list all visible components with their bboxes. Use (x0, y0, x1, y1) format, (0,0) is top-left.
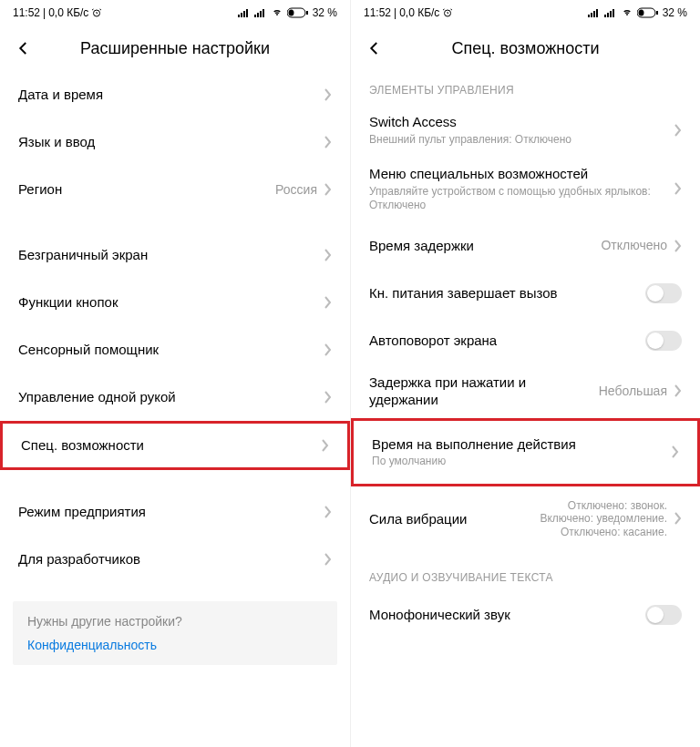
item-power-ends-call[interactable]: Кн. питания завершает вызов (351, 270, 700, 317)
svg-rect-17 (604, 15, 606, 17)
svg-rect-10 (288, 10, 293, 16)
item-switch-access[interactable]: Switch Access Внешний пульт управления: … (351, 104, 700, 156)
item-label: Время на выполнение действия (372, 435, 672, 454)
toggle-switch[interactable] (645, 605, 682, 625)
chevron-right-icon (672, 445, 679, 458)
chevron-right-icon (674, 182, 682, 195)
status-bar: 11:52 | 0,0 КБ/с 32 % (0, 0, 350, 26)
alarm-icon (91, 7, 102, 18)
chevron-right-icon (324, 249, 332, 261)
toggle-switch[interactable] (645, 331, 682, 351)
item-label: Сила вибрации (369, 510, 540, 528)
back-button[interactable] (13, 37, 35, 59)
status-bar: 11:52 | 0,0 КБ/с 32 % (351, 0, 700, 26)
item-touch-hold-delay[interactable]: Задержка при нажатии и удержании Небольш… (351, 364, 700, 418)
footer-card: Нужны другие настройки? Конфиденциальнос… (13, 601, 337, 665)
chevron-right-icon (674, 240, 682, 252)
item-fullscreen[interactable]: Безграничный экран (0, 231, 350, 279)
item-label: Режим предприятия (18, 503, 324, 521)
item-label: Для разработчиков (18, 550, 324, 568)
page-title: Расширенные настройки (35, 39, 315, 58)
item-region[interactable]: Регион Россия (0, 166, 350, 213)
item-value: Россия (275, 182, 317, 198)
svg-rect-22 (638, 10, 643, 16)
chevron-right-icon (324, 88, 332, 101)
svg-rect-13 (588, 15, 590, 17)
svg-rect-19 (610, 11, 612, 17)
signal-icon-2 (604, 8, 617, 17)
item-label: Язык и ввод (18, 133, 324, 151)
item-label: Кн. питания завершает вызов (369, 284, 645, 302)
svg-rect-14 (591, 13, 592, 17)
toggle-switch[interactable] (645, 283, 682, 303)
item-one-hand[interactable]: Управление одной рукой (0, 374, 350, 421)
item-label: Регион (18, 180, 275, 199)
svg-rect-7 (260, 11, 262, 17)
item-value: Небольшая (599, 384, 667, 399)
footer-link-privacy[interactable]: Конфиденциальность (27, 638, 323, 652)
item-accessibility-menu[interactable]: Меню специальных возможностей Управляйте… (351, 156, 700, 222)
svg-rect-20 (612, 9, 614, 17)
item-label: Меню специальных возможностей (369, 165, 674, 183)
item-label: Задержка при нажатии и удержании (369, 374, 599, 409)
chevron-right-icon (324, 136, 332, 148)
chevron-right-icon (674, 384, 682, 397)
svg-rect-4 (246, 9, 248, 17)
item-label: Управление одной рукой (18, 388, 324, 406)
item-label: Время задержки (369, 237, 601, 255)
item-enterprise-mode[interactable]: Режим предприятия (0, 488, 350, 536)
svg-rect-5 (254, 15, 256, 17)
chevron-right-icon (324, 553, 332, 566)
item-touch-assist[interactable]: Сенсорный помощник (0, 326, 350, 374)
item-delay-time[interactable]: Время задержки Отключено (351, 222, 700, 270)
item-value: Отключено: звонок. Включено: уведомление… (540, 499, 667, 538)
chevron-right-icon (324, 343, 332, 356)
page-title: Спец. возможности (386, 39, 665, 58)
item-label: Switch Access (369, 113, 674, 131)
footer-prompt: Нужны другие настройки? (27, 614, 323, 629)
item-label: Спец. возможности (21, 436, 322, 455)
signal-icon-2 (254, 8, 267, 17)
chevron-right-icon (324, 391, 332, 404)
item-button-functions[interactable]: Функции кнопок (0, 279, 350, 326)
item-sub: Управляйте устройством с помощью удобных… (369, 185, 674, 213)
item-time-to-act[interactable]: Время на выполнение действия По умолчани… (351, 418, 700, 486)
svg-rect-2 (241, 13, 242, 17)
svg-rect-11 (306, 11, 308, 15)
item-accessibility[interactable]: Спец. возможности (0, 421, 350, 470)
item-date-time[interactable]: Дата и время (0, 71, 350, 118)
chevron-right-icon (324, 183, 332, 196)
status-time: 11:52 (364, 6, 391, 19)
screen-accessibility: 11:52 | 0,0 КБ/с 32 % Спец. возможности … (350, 0, 700, 747)
section-controls: ЭЛЕМЕНТЫ УПРАВЛЕНИЯ (351, 71, 700, 104)
chevron-right-icon (322, 439, 329, 452)
item-auto-rotate[interactable]: Автоповорот экрана (351, 317, 700, 364)
status-battery-pct: 32 % (313, 6, 337, 19)
header: Спец. возможности (351, 26, 700, 71)
item-developer-options[interactable]: Для разработчиков (0, 536, 350, 583)
svg-rect-3 (243, 11, 245, 17)
wifi-icon (621, 8, 633, 17)
chevron-right-icon (674, 512, 682, 525)
status-time: 11:52 (13, 6, 40, 19)
item-vibration-strength[interactable]: Сила вибрации Отключено: звонок. Включен… (351, 486, 700, 551)
alarm-icon (442, 7, 453, 18)
item-sub: По умолчанию (372, 455, 672, 469)
status-netspeed: 0,0 КБ/с (399, 6, 439, 19)
header: Расширенные настройки (0, 26, 350, 71)
item-value: Отключено (601, 238, 667, 253)
svg-rect-6 (257, 13, 259, 17)
item-label: Безграничный экран (18, 246, 324, 264)
wifi-icon (271, 8, 283, 17)
screen-advanced-settings: 11:52 | 0,0 КБ/с 32 % Расширенные настро… (0, 0, 350, 747)
item-mono-audio[interactable]: Монофонический звук (351, 591, 700, 639)
item-label: Дата и время (18, 86, 324, 104)
signal-icon (588, 8, 601, 17)
status-battery-pct: 32 % (663, 6, 687, 19)
battery-icon (637, 7, 659, 18)
item-language-input[interactable]: Язык и ввод (0, 118, 350, 166)
chevron-right-icon (324, 506, 332, 518)
back-button[interactable] (364, 37, 386, 59)
battery-icon (287, 7, 309, 18)
svg-rect-23 (656, 11, 658, 15)
